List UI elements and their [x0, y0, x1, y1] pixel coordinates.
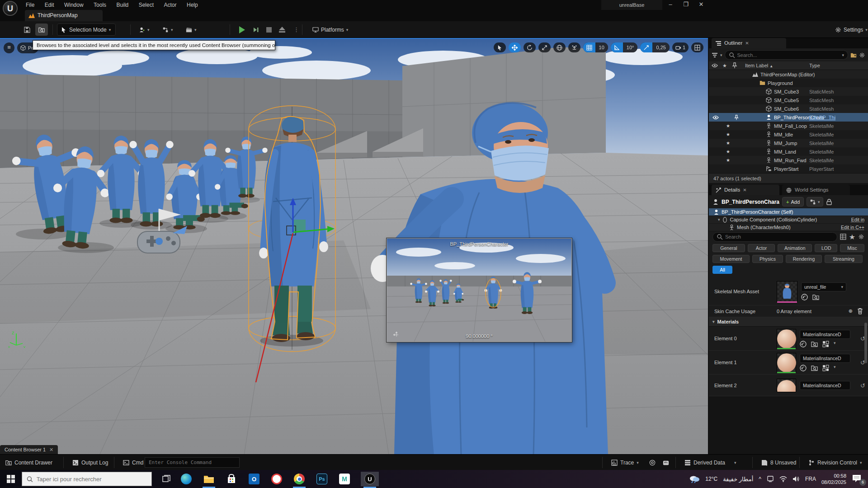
close-outliner-icon[interactable]: ✕	[745, 38, 749, 48]
material-options-chevron-icon[interactable]: ▾	[834, 365, 836, 371]
menu-tools[interactable]: Tools	[90, 0, 110, 10]
taskbar-explorer[interactable]	[200, 472, 218, 486]
pin-icon[interactable]	[734, 115, 739, 120]
outliner-settings-gear-icon[interactable]	[859, 52, 865, 58]
chip-streaming[interactable]: Streaming	[825, 255, 863, 263]
cinematics-dropdown[interactable]: ▾	[183, 23, 200, 36]
details-search[interactable]	[712, 232, 837, 242]
outliner-row-skeletalmesh[interactable]: ★ MM_Run_FwdSkeletalMe	[709, 156, 868, 164]
save-button[interactable]	[21, 23, 33, 36]
menu-select[interactable]: Select	[135, 0, 158, 10]
add-actor-dropdown[interactable]: ▾	[136, 23, 153, 36]
tab-thirdpersonmap[interactable]: ThirdPersonMap	[25, 10, 103, 21]
outliner-row-mesh[interactable]: SM_Cube5StaticMesh	[709, 96, 868, 104]
reset-to-default-icon[interactable]: ↺	[860, 382, 865, 389]
taskbar-chrome[interactable]	[290, 472, 308, 486]
display-options-icon[interactable]	[840, 234, 846, 240]
weather-temp[interactable]: 12°C	[705, 476, 717, 482]
language-indicator[interactable]: FRA	[805, 476, 816, 482]
level-viewport[interactable]: Z x y ≡ Pe Browses to the associated lev…	[0, 38, 708, 454]
skeletal-mesh-thumbnail[interactable]	[777, 281, 797, 302]
material-select[interactable]: MaterialInstanceD	[800, 330, 850, 339]
notification-center-button[interactable]: 6	[852, 474, 863, 484]
convert-material-icon[interactable]	[822, 365, 829, 371]
browse-to-asset-icon[interactable]	[811, 341, 818, 347]
rotate-tool-button[interactable]	[524, 42, 536, 52]
restore-button[interactable]: ❐	[679, 0, 693, 10]
star-column-icon[interactable]: ★	[722, 63, 727, 69]
world-coord-button[interactable]	[553, 42, 566, 52]
taskbar-medibang[interactable]: M	[335, 472, 354, 486]
outliner-row-skeletalmesh[interactable]: ★ MM_IdleSkeletalMe	[709, 130, 868, 139]
close-details-icon[interactable]: ✕	[743, 185, 746, 195]
blueprints-dropdown[interactable]: ▾	[159, 23, 176, 36]
maximize-viewport-button[interactable]	[691, 42, 703, 52]
derived-data-dropdown[interactable]: Derived Data▾	[681, 455, 740, 470]
chip-actor[interactable]: Actor	[748, 244, 775, 252]
unsaved-button[interactable]: 8 Unsaved	[758, 455, 800, 470]
rotation-snap-toggle[interactable]	[611, 42, 623, 52]
minimize-button[interactable]: –	[664, 0, 677, 10]
chip-rendering[interactable]: Rendering	[786, 255, 822, 263]
scale-snap-value[interactable]: 0,25	[652, 42, 669, 52]
insights-button[interactable]	[646, 455, 659, 470]
outliner-row-selected-character[interactable]: BP_ThirdPersonCharaEdit BP_Thi	[709, 113, 868, 122]
edit-in-cpp-link[interactable]: Edit in C++	[841, 225, 864, 230]
pip-pan-icon[interactable]	[393, 332, 400, 338]
content-drawer-button[interactable]: Content Drawer	[2, 455, 56, 470]
grid-snap-value[interactable]: 10	[595, 42, 608, 52]
search-options-chevron-icon[interactable]: ▾	[842, 53, 844, 57]
browse-to-asset-icon[interactable]	[812, 294, 819, 300]
browse-to-asset-icon[interactable]	[811, 365, 818, 371]
taskbar-store[interactable]	[222, 472, 241, 486]
outliner-search-input[interactable]	[737, 52, 840, 58]
selection-mode-dropdown[interactable]: Selection Mode▾	[57, 23, 116, 36]
favorites-star-icon[interactable]: ★	[849, 233, 855, 241]
wifi-icon[interactable]	[779, 476, 787, 482]
details-settings-gear-icon[interactable]	[858, 234, 864, 240]
outliner-row-playerstart[interactable]: PlayerStartPlayerStart	[709, 164, 868, 173]
details-scrollbar[interactable]	[864, 323, 867, 363]
taskbar-opera[interactable]	[268, 472, 286, 486]
expand-chevron-icon[interactable]: ▾	[718, 217, 720, 222]
content-browser-tab[interactable]: Content Browser 1 ✕	[0, 445, 58, 454]
component-row-capsule[interactable]: ▾ Capsule Component (CollisionCylinder) …	[709, 216, 868, 224]
clock[interactable]: 00:58 08/02/2025	[821, 473, 846, 485]
blueprint-edit-dropdown[interactable]: ▾	[807, 197, 823, 206]
chip-general[interactable]: General	[712, 244, 745, 252]
material-select[interactable]: MaterialInstanceD	[800, 381, 850, 390]
start-button[interactable]	[0, 470, 22, 488]
lock-icon[interactable]	[826, 199, 832, 205]
pip-preview-window[interactable]: BP_ThirdPersonCharacter 90.000000 °	[387, 238, 572, 342]
material-select[interactable]: MaterialInstanceD	[800, 354, 850, 363]
tab-details[interactable]: Details ✕	[712, 185, 779, 195]
add-component-button[interactable]: +Add	[782, 197, 804, 206]
chip-misc[interactable]: Misc	[840, 244, 864, 252]
close-button[interactable]: ✕	[694, 0, 708, 10]
material-thumbnail[interactable]	[777, 353, 796, 372]
component-row-self[interactable]: BP_ThirdPersonCharacter (Self)	[709, 208, 868, 216]
snapshot-button[interactable]	[659, 455, 673, 470]
component-row-mesh[interactable]: Mesh (CharacterMesh0) Edit in C++	[709, 224, 868, 231]
revision-control-dropdown[interactable]: Revision Control▾	[805, 455, 866, 470]
outliner-row-mesh[interactable]: SM_Cube3StaticMesh	[709, 87, 868, 96]
volume-icon[interactable]	[793, 476, 800, 482]
filter-chevron-icon[interactable]: ▾	[720, 53, 722, 57]
outliner-row-folder[interactable]: Playground	[709, 79, 868, 87]
console-command-input[interactable]	[145, 457, 240, 468]
chip-physics[interactable]: Physics	[752, 255, 783, 263]
browse-to-asset-button[interactable]	[35, 23, 48, 36]
outliner-row-mesh[interactable]: SM_Cube6StaticMesh	[709, 104, 868, 113]
weather-description[interactable]: أمطار خفيفة	[723, 476, 753, 483]
tray-expand-chevron[interactable]: ^	[759, 476, 761, 482]
menu-actor[interactable]: Actor	[160, 0, 181, 10]
camera-speed-button[interactable]: 1	[672, 42, 689, 52]
outliner-row-skeletalmesh[interactable]: ★ MM_Fall_LoopSkeletalMe	[709, 122, 868, 130]
stop-button[interactable]	[263, 23, 275, 36]
materials-section-header[interactable]: ▾ Materials	[709, 317, 868, 327]
viewport-options-button[interactable]: ≡	[4, 42, 14, 53]
menu-window[interactable]: Window	[60, 0, 88, 10]
use-selected-asset-icon[interactable]	[800, 365, 807, 371]
taskbar-search-input[interactable]	[37, 476, 147, 483]
details-search-input[interactable]	[725, 234, 833, 239]
